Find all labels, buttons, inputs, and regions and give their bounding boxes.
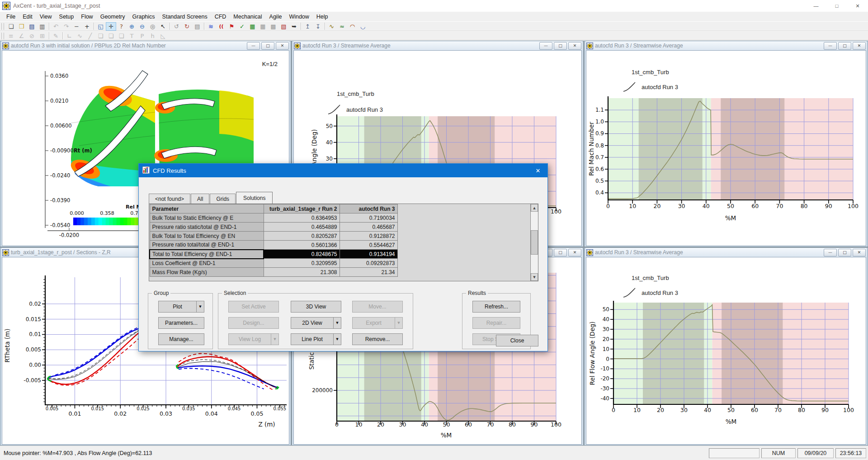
run3-value-cell[interactable]: 0.7190034: [340, 213, 397, 223]
menu-edit[interactable]: Edit: [19, 13, 36, 21]
tab-all[interactable]: All: [191, 194, 209, 204]
param-cell[interactable]: Pressure ratio static/total @ END-1: [150, 223, 264, 232]
line-plot-button[interactable]: Line Plot▼: [291, 333, 341, 345]
param-cell[interactable]: Pressure ratio total/total @ END-1: [150, 241, 264, 250]
dropdown-arrow-icon[interactable]: ▼: [333, 334, 341, 345]
close-icon[interactable]: ✕: [853, 42, 866, 50]
close-icon[interactable]: ✕: [276, 42, 289, 50]
2d-view-button[interactable]: 2D View▼: [291, 317, 341, 329]
dropdown-arrow-icon[interactable]: ▼: [196, 301, 204, 312]
column-header[interactable]: Parameter: [150, 204, 264, 213]
menu-flow[interactable]: Flow: [77, 13, 96, 21]
blade-row-icon[interactable]: ≋: [206, 22, 216, 31]
page-export-icon[interactable]: ↥: [302, 22, 313, 31]
scroll-up-icon[interactable]: ▲: [531, 204, 538, 212]
menu-graphics[interactable]: Graphics: [129, 13, 159, 21]
maximize-icon[interactable]: □: [554, 249, 567, 256]
close-icon[interactable]: ✕: [853, 249, 866, 256]
menu-window[interactable]: Window: [285, 13, 312, 21]
toolbar-grip[interactable]: [1, 23, 4, 30]
maximize-icon[interactable]: □: [838, 42, 851, 50]
3d-view-button[interactable]: 3D View: [291, 301, 341, 313]
minimize-icon[interactable]: —: [247, 42, 260, 50]
table-row[interactable]: Pressure ratio static/total @ END-10.465…: [150, 223, 397, 232]
chart-rel-flow-angle[interactable]: 0102030405060708090100-40-30-20-10010203…: [586, 257, 866, 444]
child-window-title-bar[interactable]: autocfd Run 3 / Streamwise Average—□✕: [586, 248, 866, 257]
open-folder-icon[interactable]: ❒: [16, 22, 27, 31]
toolbar-grip[interactable]: [1, 33, 4, 39]
param-cell[interactable]: Total to Total Efficiency @ END-1: [150, 250, 264, 259]
minimize-icon[interactable]: —: [539, 42, 552, 50]
minimize-icon[interactable]: —: [824, 42, 837, 50]
zoom-out-step-icon[interactable]: −: [71, 22, 82, 31]
new-file-icon[interactable]: ❏: [6, 22, 16, 31]
zoom-in-step-icon[interactable]: +: [82, 22, 92, 31]
refresh-button[interactable]: Refresh...: [472, 301, 520, 313]
tab-solutions[interactable]: Solutions: [236, 192, 273, 204]
table-row[interactable]: Loss Coefficient @ END-10.32095950.09292…: [150, 259, 397, 268]
zoom-out-icon[interactable]: ⊖: [137, 22, 147, 31]
run3-value-cell[interactable]: 0.9134194: [340, 250, 397, 259]
menu-mechanical[interactable]: Mechanical: [230, 13, 265, 21]
maximize-icon[interactable]: □: [838, 249, 851, 256]
menu-geometry[interactable]: Geometry: [97, 13, 129, 21]
run2-value-cell[interactable]: 0.4654889: [264, 223, 340, 232]
rotate-view-left-icon[interactable]: ↺: [171, 22, 182, 31]
remove-button[interactable]: Remove...: [352, 333, 403, 345]
scrollbar-thumb[interactable]: [531, 230, 538, 255]
child-window-body[interactable]: 0102030405060708090100-40-30-20-10010203…: [586, 257, 866, 445]
chart-rel-mach[interactable]: 01020304050607080901000.40.50.60.70.80.9…: [586, 51, 866, 246]
cfd-results-chart-icon[interactable]: ▧: [278, 22, 289, 31]
menu-agile[interactable]: Agile: [266, 13, 286, 21]
table-vertical-scrollbar[interactable]: ▲ ▼: [530, 204, 538, 281]
run3-value-cell[interactable]: 21.34: [340, 268, 397, 277]
page-import-icon[interactable]: ↧: [313, 22, 323, 31]
pan-hand-icon[interactable]: ✛: [106, 22, 116, 31]
run2-value-cell[interactable]: 0.6364953: [264, 213, 340, 223]
query-point-icon[interactable]: ?: [116, 22, 127, 31]
run2-value-cell[interactable]: 0.8205287: [264, 232, 340, 241]
plot-arc-icon[interactable]: ◠: [347, 22, 358, 31]
scroll-down-icon[interactable]: ▼: [531, 273, 538, 281]
plot-line-icon[interactable]: ∿: [326, 22, 337, 31]
plot-compare-icon[interactable]: ≈: [337, 22, 347, 31]
rotate-view-right-icon[interactable]: ↻: [182, 22, 192, 31]
close-button[interactable]: Close: [496, 335, 538, 346]
run3-value-cell[interactable]: 0.9128872: [340, 232, 397, 241]
menu-file[interactable]: File: [3, 13, 19, 21]
plot-button[interactable]: Plot▼: [158, 301, 204, 313]
tab-grids[interactable]: Grids: [210, 194, 236, 204]
child-window-title-bar[interactable]: autocfd Run 3 with initial solution / PB…: [2, 41, 289, 50]
run3-value-cell[interactable]: 0.465687: [340, 223, 397, 232]
child-window-title-bar[interactable]: autocfd Run 3 / Streamwise Average—□✕: [293, 41, 582, 50]
check-solution-icon[interactable]: ✓: [237, 22, 247, 31]
menu-standard-screens[interactable]: Standard Screens: [159, 13, 211, 21]
maximize-button[interactable]: □: [826, 0, 847, 12]
param-cell[interactable]: Mass Flow Rate (Kg/s): [150, 268, 264, 277]
dialog-title-bar[interactable]: CFD Results ✕: [139, 164, 547, 177]
center-view-icon[interactable]: ◎: [147, 22, 158, 31]
maximize-icon[interactable]: □: [261, 42, 274, 50]
run3-value-cell[interactable]: 0.09292873: [340, 259, 397, 268]
minimize-icon[interactable]: —: [824, 249, 837, 256]
table-row[interactable]: Bulk Total to Static Efficiency @ E0.636…: [150, 213, 397, 223]
run2-value-cell[interactable]: 0.8248675: [264, 250, 340, 259]
table-row[interactable]: Pressure ratio total/total @ END-10.5601…: [150, 241, 397, 250]
minimize-button[interactable]: —: [806, 0, 826, 12]
print-icon[interactable]: ▥: [37, 22, 47, 31]
param-cell[interactable]: Loss Coefficient @ END-1: [150, 259, 264, 268]
dialog-close-icon[interactable]: ✕: [528, 164, 547, 177]
save-icon[interactable]: ▤: [27, 22, 37, 31]
child-window-body[interactable]: 01020304050607080901000.40.50.60.70.80.9…: [586, 50, 866, 246]
mesh-fine-icon[interactable]: ▩: [268, 22, 278, 31]
parameters-button[interactable]: Parameters...: [158, 317, 204, 329]
table-row[interactable]: Mass Flow Rate (Kg/s)21.30821.34: [150, 268, 397, 277]
manage-button[interactable]: Manage...: [158, 333, 204, 345]
close-button[interactable]: ✕: [847, 0, 868, 12]
run2-value-cell[interactable]: 0.3209595: [264, 259, 340, 268]
plot-area-icon[interactable]: ◡: [358, 22, 368, 31]
menu-setup[interactable]: Setup: [56, 13, 78, 21]
child-window-title-bar[interactable]: autocfd Run 3 / Streamwise Average—□✕: [586, 41, 866, 50]
maximize-icon[interactable]: □: [554, 42, 567, 50]
mesh-coarse-icon[interactable]: ▦: [258, 22, 268, 31]
